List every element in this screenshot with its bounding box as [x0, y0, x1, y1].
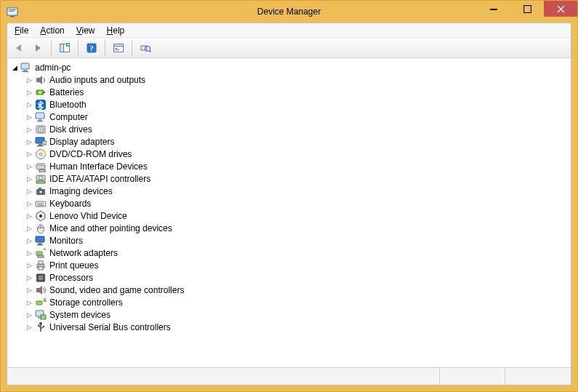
tree-node[interactable]: ▷Storage controllers	[25, 296, 571, 308]
network-icon	[35, 247, 47, 259]
printer-icon	[35, 260, 47, 271]
svg-rect-16	[115, 49, 119, 50]
toolbar: ?	[7, 38, 571, 58]
monitor-icon	[35, 235, 47, 247]
status-cell	[7, 368, 440, 385]
expand-icon[interactable]: ▷	[25, 150, 33, 159]
menu-file[interactable]: File	[10, 24, 33, 37]
separator	[78, 40, 79, 56]
tree-node-label: Batteries	[49, 87, 84, 97]
app-icon	[7, 6, 18, 17]
tree-node[interactable]: ▷Computer	[25, 111, 571, 123]
expand-icon[interactable]: ▷	[25, 224, 33, 233]
expand-icon[interactable]: ▷	[25, 187, 33, 196]
expand-icon[interactable]: ▷	[25, 286, 33, 295]
tree-node-label: DVD/CD-ROM drives	[49, 149, 132, 159]
tree-node-label: Sound, video and game controllers	[49, 285, 184, 295]
close-button[interactable]	[544, 1, 577, 17]
svg-rect-2	[9, 9, 16, 10]
expand-icon[interactable]: ▷	[25, 323, 33, 332]
expand-icon[interactable]: ▷	[25, 137, 33, 146]
expand-icon[interactable]: ▷	[25, 261, 33, 270]
window: Device Manager File Action View Help ?	[0, 0, 578, 392]
properties-button[interactable]	[110, 39, 127, 57]
svg-rect-20	[21, 63, 29, 69]
tree-node-label: Imaging devices	[49, 186, 113, 196]
expand-icon[interactable]: ▷	[25, 125, 33, 134]
usb-icon	[35, 321, 47, 333]
show-hide-tree-button[interactable]	[56, 39, 73, 57]
tree-node[interactable]: ▷Mice and other pointing devices	[25, 222, 571, 234]
help-button[interactable]: ?	[83, 39, 100, 57]
mouse-icon	[35, 223, 47, 234]
tree-node-label: Keyboards	[49, 199, 91, 209]
bluetooth-icon	[35, 99, 47, 111]
tree-node-label: Monitors	[49, 236, 83, 246]
expand-icon[interactable]: ▷	[25, 100, 33, 109]
tree-node[interactable]: ▷Batteries	[25, 86, 571, 98]
scan-hardware-button[interactable]	[137, 39, 154, 57]
status-cell	[505, 368, 571, 385]
svg-rect-4	[490, 9, 497, 10]
tree-node[interactable]: ▷Universal Serial Bus controllers	[25, 321, 571, 333]
expand-icon[interactable]: ▷	[25, 236, 33, 245]
maximize-button[interactable]	[510, 1, 544, 17]
tree-node[interactable]: ▷Disk drives	[25, 123, 571, 135]
tree-node[interactable]: ▷Lenovo Vhid Device	[25, 209, 571, 222]
menu-help[interactable]: Help	[103, 24, 129, 37]
expand-icon[interactable]: ▷	[25, 311, 33, 319]
tree-node[interactable]: ▷IDE ATA/ATAPI controllers	[25, 172, 571, 185]
svg-rect-1	[10, 16, 15, 17]
expand-icon[interactable]: ▷	[25, 76, 33, 84]
tree-node-label: Universal Serial Bus controllers	[49, 322, 171, 332]
expand-icon[interactable]: ▷	[25, 199, 33, 208]
menubar: File Action View Help	[7, 23, 571, 38]
ide-icon	[35, 173, 47, 185]
computer-icon	[20, 62, 32, 73]
tree-node[interactable]: ▷Bluetooth	[25, 98, 571, 111]
titlebar[interactable]: Device Manager	[1, 1, 577, 23]
device-tree[interactable]: ◢ admin-pc ▷Audio inputs and outputs▷Bat…	[7, 58, 571, 367]
tree-node-label: Print queues	[49, 260, 98, 271]
tree-node-label: Lenovo Vhid Device	[49, 211, 127, 221]
tree-node[interactable]: ▷Network adapters	[25, 247, 571, 259]
tree-node[interactable]: ▷Print queues	[25, 259, 571, 271]
expand-icon[interactable]: ▷	[25, 175, 33, 183]
collapse-icon[interactable]: ◢	[10, 63, 19, 72]
expand-icon[interactable]: ▷	[25, 212, 33, 220]
tree-node[interactable]: ▷Audio inputs and outputs	[25, 73, 571, 86]
expand-icon[interactable]: ▷	[25, 113, 33, 121]
menu-action[interactable]: Action	[36, 24, 68, 37]
tree-node[interactable]: ▷Monitors	[25, 234, 571, 247]
tree-node[interactable]: ▷Display adapters	[25, 135, 571, 148]
tree-node[interactable]: ▷Processors	[25, 271, 571, 284]
svg-rect-15	[115, 48, 118, 49]
tree-node-label: Human Interface Devices	[49, 161, 148, 172]
expand-icon[interactable]: ▷	[25, 298, 33, 307]
separator	[105, 40, 105, 56]
client-area: File Action View Help ? ◢ a	[7, 23, 571, 385]
audio-icon	[35, 74, 47, 86]
tree-node[interactable]: ▷DVD/CD-ROM drives	[25, 148, 571, 160]
expand-icon[interactable]: ▷	[25, 88, 33, 97]
svg-rect-7	[60, 44, 64, 52]
minimize-button[interactable]	[477, 1, 510, 17]
back-button[interactable]	[10, 39, 28, 57]
tree-node-label: Disk drives	[49, 124, 92, 135]
tree-node[interactable]: ▷Keyboards	[25, 197, 571, 209]
forward-button[interactable]	[29, 39, 47, 57]
expand-icon[interactable]: ▷	[25, 249, 33, 257]
hid-icon	[35, 161, 47, 172]
keyboard-icon	[35, 198, 47, 209]
svg-rect-10	[67, 44, 69, 45]
expand-icon[interactable]: ▷	[25, 273, 33, 282]
tree-node[interactable]: ▷Human Interface Devices	[25, 160, 571, 172]
tree-node[interactable]: ▷Imaging devices	[25, 185, 571, 197]
tree-node[interactable]: ▷Sound, video and game controllers	[25, 284, 571, 296]
menu-view[interactable]: View	[72, 24, 100, 37]
expand-icon[interactable]: ▷	[25, 162, 33, 171]
tree-root-node[interactable]: ◢ admin-pc	[10, 61, 571, 73]
tree-node-label: Display adapters	[49, 137, 114, 147]
tree-node[interactable]: ▷System devices	[25, 308, 571, 321]
svg-line-19	[150, 50, 151, 52]
